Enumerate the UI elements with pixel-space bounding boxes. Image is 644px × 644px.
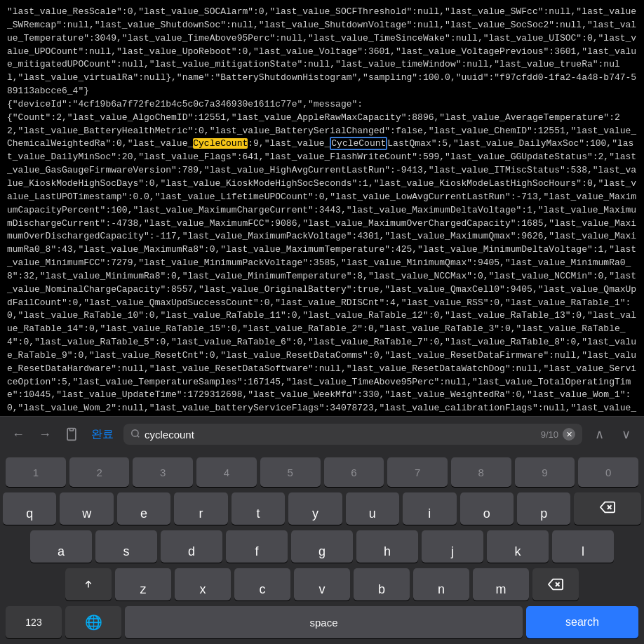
clear-search-button[interactable]: ✕: [563, 428, 575, 441]
number-key-9[interactable]: 9: [515, 457, 575, 487]
number-row: 1234567890: [3, 457, 641, 487]
key-i[interactable]: i: [403, 492, 456, 525]
next-result-button[interactable]: ∨: [616, 424, 636, 444]
numbers-switch-key[interactable]: 123: [6, 606, 62, 638]
key-h[interactable]: h: [356, 530, 418, 563]
number-key-6[interactable]: 6: [324, 457, 384, 487]
key-v[interactable]: v: [294, 568, 350, 601]
nav-back-button[interactable]: ←: [8, 424, 28, 444]
space-key[interactable]: space: [125, 606, 523, 638]
search-bar: ← → 완료 9/10 ✕ ∧ ∨: [0, 416, 644, 452]
asdf-row: asdfghjkl: [3, 530, 641, 563]
key-d[interactable]: d: [161, 530, 222, 563]
svg-point-1: [132, 429, 138, 436]
number-key-4[interactable]: 4: [196, 457, 257, 487]
key-a[interactable]: a: [30, 530, 92, 563]
key-q[interactable]: q: [3, 492, 56, 525]
key-n[interactable]: n: [413, 568, 469, 601]
svg-line-2: [137, 435, 140, 437]
key-o[interactable]: o: [460, 492, 514, 525]
search-input-container: 9/10 ✕: [123, 424, 582, 445]
key-m[interactable]: m: [473, 568, 529, 601]
done-button[interactable]: 완료: [88, 427, 116, 442]
number-key-2[interactable]: 2: [69, 457, 130, 487]
number-key-8[interactable]: 8: [451, 457, 511, 487]
key-z[interactable]: z: [115, 568, 171, 601]
key-f[interactable]: f: [226, 530, 288, 563]
highlight-1: CycleCount: [193, 138, 248, 149]
number-key-7[interactable]: 7: [387, 457, 448, 487]
bottom-row: 123🌐spacesearch: [3, 606, 641, 638]
emoji-key[interactable]: 🌐: [65, 606, 121, 638]
delete-key-2[interactable]: [532, 568, 579, 601]
search-result-count: 9/10: [541, 429, 558, 440]
qwerty-row: qwertyuiop: [3, 492, 641, 525]
number-key-3[interactable]: 3: [133, 457, 193, 487]
number-key-5[interactable]: 5: [260, 457, 321, 487]
search-key[interactable]: search: [526, 606, 638, 638]
clipboard-button[interactable]: [62, 424, 81, 444]
nav-forward-button[interactable]: →: [35, 424, 55, 444]
zxcv-row: zxcvbnm: [3, 568, 641, 601]
key-e[interactable]: e: [117, 492, 170, 525]
key-k[interactable]: k: [487, 530, 549, 563]
key-u[interactable]: u: [346, 492, 399, 525]
main-content: "last_value_ResScale":0,"last_value_SOCA…: [0, 0, 644, 416]
key-w[interactable]: w: [60, 492, 113, 525]
key-t[interactable]: t: [232, 492, 285, 525]
key-p[interactable]: p: [517, 492, 570, 525]
key-y[interactable]: y: [288, 492, 342, 525]
shift-key[interactable]: [65, 568, 112, 601]
key-b[interactable]: b: [354, 568, 410, 601]
prev-result-button[interactable]: ∧: [589, 424, 609, 444]
key-g[interactable]: g: [291, 530, 353, 563]
search-icon: [130, 429, 140, 441]
highlight-2: CycleCount: [330, 137, 387, 150]
delete-key[interactable]: [574, 492, 641, 525]
keyboard: 1234567890 qwertyuiop asdfghjkl zxcvbnm …: [0, 452, 644, 644]
key-l[interactable]: l: [552, 530, 614, 563]
key-s[interactable]: s: [95, 530, 157, 563]
number-key-1[interactable]: 1: [6, 457, 66, 487]
key-j[interactable]: j: [422, 530, 483, 563]
svg-rect-0: [70, 429, 74, 431]
key-c[interactable]: c: [234, 568, 290, 601]
key-x[interactable]: x: [175, 568, 231, 601]
number-key-0[interactable]: 0: [578, 457, 638, 487]
key-r[interactable]: r: [174, 492, 227, 525]
search-input[interactable]: [145, 429, 537, 441]
text-display: "last_value_ResScale":0,"last_value_SOCA…: [7, 6, 637, 416]
